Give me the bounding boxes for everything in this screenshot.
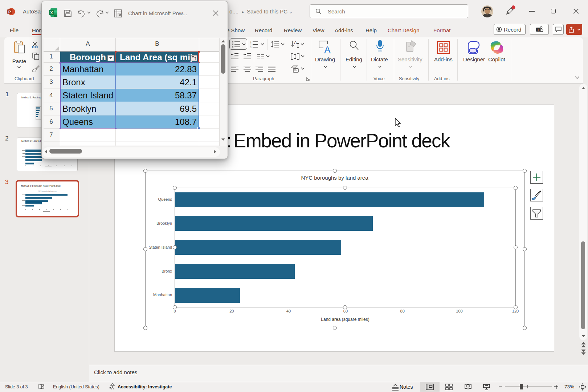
svg-text:A: A xyxy=(294,40,297,45)
svg-text:3: 3 xyxy=(250,46,252,49)
svg-text:P: P xyxy=(8,10,11,14)
svg-text:1: 1 xyxy=(250,41,252,43)
svg-text:2: 2 xyxy=(250,43,252,46)
svg-text:A: A xyxy=(324,45,331,54)
svg-text:T: T xyxy=(537,28,539,32)
svg-text:X: X xyxy=(50,11,53,15)
